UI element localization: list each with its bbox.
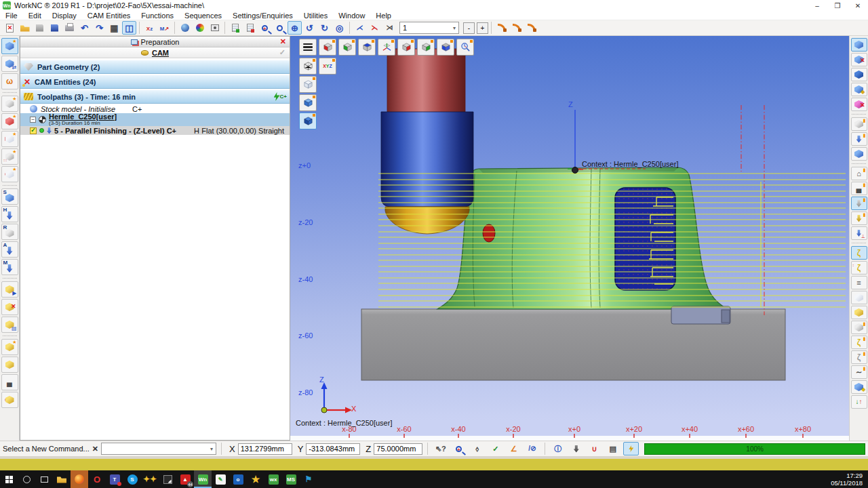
surface-uv-button[interactable]: ◆ <box>851 380 867 394</box>
tab-cam[interactable]: CAM ✓ <box>20 47 290 58</box>
machine-bed-button[interactable]: ▄▮ <box>851 182 867 195</box>
toolpath-display-button[interactable]: ζ <box>851 246 867 260</box>
view-number-combo[interactable]: 1 ▾ <box>399 22 459 34</box>
panel-layout-button[interactable]: ◫ <box>122 21 136 35</box>
measure-button[interactable]: ∠ <box>506 442 521 455</box>
redo-button[interactable]: ↷ <box>92 21 106 35</box>
toolpath-links-button[interactable]: ↓↑ <box>851 395 867 409</box>
ms-app-button[interactable]: MS <box>282 470 300 488</box>
toolpath-checkbox[interactable]: ✓ <box>30 127 37 134</box>
section-cam-entities[interactable]: ✕ CAM Entities (24) <box>20 75 290 89</box>
orbit-view-button[interactable]: ◎ <box>332 21 347 35</box>
menu-file[interactable]: File <box>5 12 18 20</box>
menu-help[interactable]: Help <box>376 12 391 20</box>
axes-xz-button[interactable]: Xz <box>142 21 157 35</box>
viewport-3d[interactable]: XYZ Context : Hermle_C250[user] Z z+0 z-… <box>290 36 849 441</box>
tool-on-part-button[interactable]: ▮ <box>851 132 867 146</box>
wx-app-button[interactable]: wx <box>264 470 282 488</box>
menu-display[interactable]: Display <box>52 12 77 20</box>
tool-alert-button[interactable] <box>568 442 584 455</box>
firefox-button[interactable] <box>71 470 88 488</box>
axes-machine-button[interactable]: M↗ <box>157 21 172 35</box>
view-back-button[interactable] <box>397 39 415 56</box>
worknc-taskbar-button[interactable]: Wn <box>194 470 212 488</box>
simulate-button[interactable] <box>623 442 639 455</box>
people-button[interactable]: ✦✦ <box>141 470 159 488</box>
toolpaths-run-badge[interactable]: C+ <box>274 92 287 101</box>
s-toolpath-button[interactable]: S <box>1 188 18 205</box>
outlook-button[interactable]: o <box>229 470 247 488</box>
wireframe-view-button[interactable] <box>299 58 317 75</box>
opera-button[interactable]: O <box>88 470 106 488</box>
task-view-button[interactable] <box>35 470 53 488</box>
toolpath-dots-button[interactable]: ζ▮ <box>851 336 867 349</box>
m-tool-button[interactable]: M <box>1 259 18 275</box>
new-face-button[interactable]: ★ <box>1 131 18 147</box>
surface-display-button[interactable] <box>851 291 867 304</box>
panel-close-icon[interactable]: ✕ <box>280 37 286 46</box>
flag-button[interactable]: ⚑ <box>300 470 317 488</box>
batch-toolpath-button[interactable] <box>1 357 18 373</box>
view-front-button[interactable] <box>319 39 336 56</box>
pan-view-button[interactable]: ↻ <box>317 21 332 35</box>
grid-button[interactable]: ▦ <box>107 21 121 35</box>
view-zoom-in-button[interactable]: + <box>477 22 488 34</box>
zoom-target-button[interactable]: + <box>451 442 467 455</box>
r-part-button[interactable]: R <box>1 224 18 240</box>
toolpath-points-button[interactable]: ζ∶ <box>851 261 867 274</box>
delete-toolpath-button[interactable]: ✕ <box>1 299 18 315</box>
teams-button[interactable]: T <box>106 470 123 488</box>
save-button[interactable] <box>47 21 62 35</box>
slash-help-button[interactable]: /⊘ <box>524 442 540 455</box>
menu-window[interactable]: Window <box>338 12 365 20</box>
view-side-button[interactable] <box>338 39 356 56</box>
favorites-button[interactable]: ★ <box>247 470 264 488</box>
machine-display-button[interactable]: ⌂▮ <box>851 167 867 180</box>
sim-mode-2-button[interactable]: ⋋ <box>368 21 382 35</box>
menu-functions[interactable]: Functions <box>141 12 174 20</box>
section-part-geometry[interactable]: Part Geometry (2) <box>20 60 290 74</box>
a-drill-button[interactable]: A <box>1 241 18 258</box>
command-combo[interactable]: ▾ <box>101 443 216 455</box>
surface-shaded-button[interactable]: ▮ <box>851 321 867 334</box>
solid-view-button[interactable] <box>299 113 317 129</box>
shaded-globe-button[interactable] <box>178 21 192 35</box>
workzone-display-button[interactable] <box>851 38 867 52</box>
print-button[interactable] <box>62 21 77 35</box>
notes-button[interactable] <box>159 470 176 488</box>
list-red-button[interactable] <box>243 21 257 35</box>
coord-y-input[interactable] <box>306 443 360 455</box>
tool-axes-button[interactable]: ⊥ <box>851 226 867 240</box>
view-bottom-button[interactable] <box>437 39 454 56</box>
toolholder-display-button[interactable]: ▮ <box>851 197 867 210</box>
stock-cylinder-button[interactable]: ▮ <box>851 117 867 131</box>
eraser-button[interactable]: ⬨ <box>469 442 485 455</box>
machine-arm-2-button[interactable] <box>509 21 524 35</box>
save-as-button[interactable] <box>33 21 47 35</box>
rotate-view-button[interactable]: ↺ <box>302 21 317 35</box>
close-button[interactable]: ✕ <box>848 2 868 9</box>
undo-button[interactable]: ↶ <box>77 21 92 35</box>
magnet-button[interactable]: ∪ <box>587 442 602 455</box>
view-zoom-out-button[interactable]: - <box>463 22 475 34</box>
curve-points-button[interactable]: ∼▮ <box>851 365 867 379</box>
edit-toolpath-list-button[interactable]: ▤ <box>1 317 18 333</box>
panel-header[interactable]: Preparation ✕ <box>20 37 290 47</box>
toolpath-gray-button[interactable]: ζ▮ <box>851 350 867 364</box>
h-drill-button[interactable]: H <box>1 206 18 222</box>
zoom-axes-button[interactable] <box>456 39 474 56</box>
laptop-button[interactable]: ▄ <box>1 374 18 390</box>
coord-z-input[interactable] <box>374 443 422 455</box>
machine-arm-3-button[interactable] <box>524 21 538 35</box>
zoom-in-button[interactable]: + <box>258 21 272 35</box>
collapse-icon[interactable]: − <box>30 117 36 123</box>
grid-list-button[interactable]: ▤ <box>605 442 620 455</box>
taskbar-clock[interactable]: 17:29 05/11/2018 <box>831 472 868 487</box>
start-button[interactable] <box>0 470 18 488</box>
sim-mode-1-button[interactable]: ⋌ <box>353 21 367 35</box>
pointer-help-button[interactable]: ⇖? <box>433 442 448 455</box>
run-toolpath-button[interactable]: ▶ <box>1 281 18 298</box>
open-file-button[interactable] <box>18 21 32 35</box>
transform-geometry-button[interactable]: ⇄ <box>1 56 18 72</box>
row-workzone[interactable]: − Hermle_C250[user] (3-5) Duration 16 mi… <box>20 113 290 126</box>
